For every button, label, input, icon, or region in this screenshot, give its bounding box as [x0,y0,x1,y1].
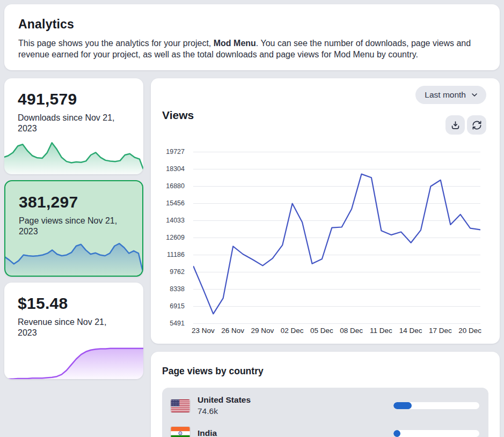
project-name: Mod Menu [214,39,256,48]
y-axis-label: 8338 [170,285,185,293]
x-axis-label: 29 Nov [246,327,279,335]
country-progress-fill [393,402,412,409]
page-views-by-country-card: Page views by country United States74.6k… [151,352,500,437]
downloads-value: 491,579 [18,90,77,108]
page-views-value: 381,297 [19,193,78,211]
analytics-header-card: Analytics This page shows you the analyt… [4,4,500,70]
page-views-sparkline [4,235,143,276]
description-prefix: This page shows you the analytics for yo… [18,39,214,48]
downloads-stat-card[interactable]: 491,579 Downloads since Nov 21, 2023 [4,78,143,174]
page-views-label: Page views since Nov 21, 2023 [19,216,129,236]
y-axis-label: 18304 [166,165,185,173]
date-range-label: Last month [425,90,466,100]
y-axis-label: 11186 [167,251,185,259]
country-progress-track [393,430,479,437]
x-axis-label: 23 Nov [186,327,220,335]
revenue-value: $15.48 [18,294,68,313]
country-progress-fill [393,430,400,437]
us-flag-icon [171,399,190,412]
y-axis-label: 5491 [170,320,185,328]
y-axis: 1972718304168801545614033126091118697628… [151,78,189,344]
in-flag-icon [171,427,190,437]
country-name: United States [198,395,251,405]
y-axis-label: 9762 [170,268,185,276]
views-chart-card: Last month Views 19727183041688015456140… [151,78,500,344]
downloads-label: Downloads since Nov 21, 2023 [18,113,128,134]
country-progress-track [393,402,479,409]
x-axis: 23 Nov26 Nov29 Nov02 Dec05 Dec08 Dec11 D… [193,327,480,337]
chevron-down-icon [470,91,479,99]
y-axis-label: 19727 [166,148,185,156]
x-axis-label: 02 Dec [275,327,309,335]
page-views-stat-card[interactable]: 381,297 Page views since Nov 21, 2023 [4,180,143,277]
x-axis-label: 05 Dec [305,327,338,335]
country-page-views-value: 74.6k [198,406,251,416]
y-axis-label: 14033 [166,217,185,225]
country-rows-list: United States74.6kIndia [162,388,488,437]
page-title: Analytics [18,17,486,32]
refresh-chart-button[interactable] [467,115,486,135]
refresh-icon [472,120,482,130]
revenue-label: Revenue since Nov 21, 2023 [18,317,128,338]
x-axis-label: 17 Dec [423,327,457,335]
country-row: United States74.6k [162,391,488,420]
country-section-title: Page views by country [162,366,488,377]
x-axis-label: 11 Dec [364,327,398,335]
country-row: India [162,420,488,437]
download-chart-button[interactable] [445,115,465,135]
y-axis-label: 12609 [166,234,185,242]
y-axis-label: 16880 [166,182,185,190]
country-name: India [198,428,217,437]
revenue-stat-card[interactable]: $15.48 Revenue since Nov 21, 2023 [4,283,143,379]
y-axis-label: 15456 [166,199,185,208]
download-icon [450,120,461,130]
date-range-selector[interactable]: Last month [415,86,486,104]
x-axis-label: 14 Dec [394,327,427,335]
views-line-chart [193,151,480,325]
x-axis-label: 20 Dec [454,327,487,335]
revenue-sparkline [4,339,143,379]
downloads-sparkline [4,135,143,174]
page-description: This page shows you the analytics for yo… [18,38,486,60]
x-axis-label: 08 Dec [335,327,368,335]
y-axis-label: 6915 [170,302,185,310]
x-axis-label: 26 Nov [216,327,250,335]
